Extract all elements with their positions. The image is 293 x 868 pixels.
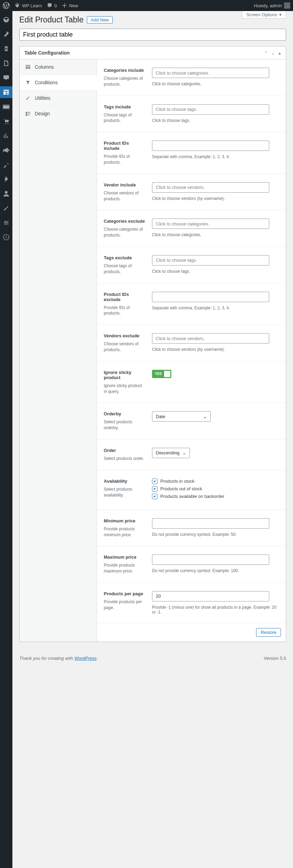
menu-woo[interactable]: woo [0, 101, 12, 113]
checkbox-in-stock[interactable] [152, 479, 158, 484]
tags-include-input[interactable]: Click to choose tags. [152, 104, 269, 115]
field-label: Vendors exclude [104, 333, 145, 338]
postbox-down-icon[interactable]: ⌄ [271, 50, 275, 56]
tab-conditions[interactable]: Conditions [20, 75, 97, 90]
svg-point-1 [8, 123, 9, 124]
table-title-input[interactable] [19, 29, 286, 41]
menu-dashboard[interactable] [0, 14, 12, 26]
field-label: Orderby [104, 411, 145, 416]
chevron-down-icon: ⌄ [203, 414, 207, 419]
admin-bar: WP Learn 0 New Howdy, admin [0, 0, 293, 11]
howdy-text: Howdy, admin [254, 3, 282, 8]
svg-point-0 [5, 123, 6, 124]
field-label: Maximum price [104, 554, 145, 560]
add-new-button[interactable]: Add New [87, 16, 113, 23]
chevron-down-icon: ▾ [279, 12, 282, 17]
vendor-include-input[interactable]: Click to choose vendors. [152, 182, 269, 193]
postbox-up-icon[interactable]: ⌃ [264, 50, 268, 56]
orderby-select[interactable]: Date⌄ [152, 411, 211, 422]
comments-link[interactable]: 0 [47, 3, 57, 8]
avatar-icon [284, 2, 290, 9]
site-name-text: WP Learn [22, 3, 42, 8]
field-label: Tags include [104, 104, 145, 109]
checkbox-backorder[interactable] [152, 494, 158, 499]
menu-product-table[interactable] [0, 86, 12, 98]
field-label: Availability [104, 479, 145, 484]
field-label: Products per page [104, 591, 145, 596]
menu-tools[interactable] [0, 202, 12, 214]
restore-button[interactable]: Restore [256, 628, 281, 637]
admin-menu: woo [0, 11, 12, 868]
field-label: Ignore sticky product [104, 370, 145, 380]
site-link[interactable]: WP Learn [14, 3, 42, 8]
wordpress-link[interactable]: WordPress [74, 656, 97, 661]
field-label: Product IDs include [104, 141, 145, 151]
menu-pages[interactable] [0, 57, 12, 69]
field-label: Vendor include [104, 182, 145, 187]
postbox-title: Table Configuration [24, 50, 70, 56]
menu-products[interactable] [0, 115, 12, 127]
menu-appearance[interactable] [0, 159, 12, 171]
checkbox-out-stock[interactable] [152, 486, 158, 492]
field-label: Order [104, 448, 145, 453]
max-price-input[interactable] [152, 554, 269, 565]
new-text: New [69, 3, 78, 8]
version-text: Version 5.5 [264, 656, 286, 661]
footer: Thank you for creating with WordPress. V… [19, 649, 286, 668]
svg-point-2 [5, 191, 8, 194]
table-config-postbox: Table Configuration ⌃ ⌄ ▴ Columns Condit… [19, 46, 286, 642]
menu-users[interactable] [0, 188, 12, 200]
wp-logo[interactable] [3, 2, 10, 9]
field-label: Product IDs exclude [104, 292, 145, 302]
menu-analytics[interactable] [0, 130, 12, 142]
categories-exclude-input[interactable]: Click to choose categories. [152, 219, 269, 229]
per-page-input[interactable]: 20 [152, 591, 269, 601]
product-ids-include-input[interactable] [152, 141, 269, 151]
field-label: Tags exclude [104, 255, 145, 260]
field-label: Categories exclude [104, 219, 145, 224]
menu-collapse[interactable] [0, 231, 12, 243]
svg-point-3 [8, 221, 9, 222]
tags-exclude-input[interactable]: Click to choose tags. [152, 255, 269, 266]
menu-plugins[interactable] [0, 173, 12, 185]
tab-columns[interactable]: Columns [20, 59, 97, 75]
menu-settings[interactable] [0, 217, 12, 229]
min-price-input[interactable] [152, 518, 269, 529]
screen-options-button[interactable]: Screen Options ▾ [242, 11, 286, 19]
product-ids-exclude-input[interactable] [152, 292, 269, 302]
order-select[interactable]: Descending⌄ [152, 448, 190, 458]
tab-utilities[interactable]: Utilities [20, 90, 97, 106]
menu-marketing[interactable] [0, 144, 12, 156]
sticky-toggle[interactable]: YES [152, 370, 171, 378]
menu-posts[interactable] [0, 28, 12, 40]
new-link[interactable]: New [62, 3, 78, 8]
field-label: Minimum price [104, 518, 145, 523]
chevron-down-icon: ⌄ [182, 450, 186, 455]
field-label: Categories include [104, 68, 145, 73]
comments-count: 0 [54, 3, 57, 8]
postbox-toggle-icon[interactable]: ▴ [279, 50, 281, 56]
menu-comments[interactable] [0, 72, 12, 84]
svg-point-4 [8, 224, 9, 225]
menu-media[interactable] [0, 43, 12, 55]
vendors-exclude-input[interactable]: Click to choose vendors. [152, 333, 269, 344]
howdy-link[interactable]: Howdy, admin [254, 2, 290, 9]
categories-include-input[interactable]: Click to choose categories. [152, 68, 269, 78]
tab-design[interactable]: Design [20, 106, 97, 122]
